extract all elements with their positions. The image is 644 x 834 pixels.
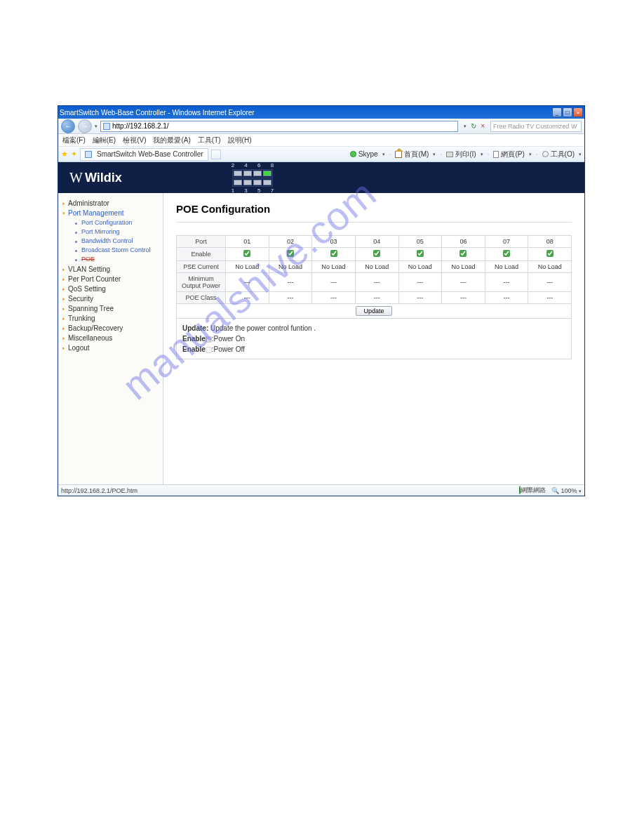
cell-value: --- — [528, 292, 572, 304]
update-button[interactable]: Update — [356, 306, 391, 316]
cell-value: No Load — [312, 261, 356, 273]
status-bar: http://192.168.2.1/POE.htm 網際網路 🔍 100% ▾ — [58, 484, 584, 496]
enable-checkbox-02[interactable] — [287, 250, 294, 257]
url-dropdown-icon[interactable]: ▾ — [464, 124, 467, 129]
sidebar-sub-poe[interactable]: POE — [75, 256, 160, 263]
port-led-2 — [234, 171, 242, 176]
search-placeholder: Free Radio TV Customized W — [493, 123, 577, 130]
table-row-enable: Enable — [177, 248, 572, 261]
enable-checkbox-01[interactable] — [243, 250, 250, 257]
enable-checkbox-04[interactable] — [373, 250, 380, 257]
port-led-3 — [243, 180, 252, 185]
sidebar-sub-broadcast-storm[interactable]: Broadcast Storm Control — [75, 246, 160, 253]
note-enable-off-text: :Power Off — [212, 345, 245, 353]
sidebar-item-administrator[interactable]: ▸Administrator — [62, 199, 160, 207]
zoom-control[interactable]: 🔍 100% ▾ — [551, 487, 582, 494]
app-content: W Wildix 2 4 6 8 — [58, 162, 584, 484]
sidebar-item-logout[interactable]: ▸Logout — [62, 344, 160, 352]
enable-checkbox-05[interactable] — [417, 250, 424, 257]
new-tab-button[interactable] — [211, 150, 221, 159]
sidebar-item-qos[interactable]: ▸QoS Setting — [62, 285, 160, 293]
cell-value: --- — [442, 292, 485, 304]
home-button[interactable]: 首頁(M) — [395, 150, 429, 159]
close-button[interactable]: × — [573, 107, 583, 117]
sidebar-sub-port-configuration[interactable]: Port Configuration — [75, 219, 160, 226]
cell-value: --- — [312, 273, 356, 292]
browser-tab[interactable]: SmartSwitch Web-Base Controller — [80, 148, 208, 161]
sidebar-sub-port-mirroring[interactable]: Port Mirroring — [75, 228, 160, 235]
sidebar-item-backup[interactable]: ▸Backup/Recovery — [62, 324, 160, 332]
cell-value: No Load — [355, 261, 398, 273]
col-header: 04 — [355, 236, 398, 248]
enable-checkbox-08[interactable] — [546, 250, 554, 257]
maximize-button[interactable]: □ — [563, 107, 572, 117]
print-button[interactable]: 列印(I) — [446, 150, 476, 159]
cell-value: --- — [485, 292, 528, 304]
minimize-button[interactable]: _ — [552, 107, 562, 117]
menu-file[interactable]: 檔案(F) — [62, 135, 86, 145]
favorites-add-icon[interactable]: ★ — [61, 150, 68, 159]
poe-table: Port 01 02 03 04 05 06 07 08 Enable — [176, 235, 572, 319]
note-enable-on-text: :Power On — [212, 335, 245, 343]
enable-checkbox-07[interactable] — [503, 250, 510, 257]
enable-checkbox-06[interactable] — [459, 250, 467, 257]
row-label-enable: Enable — [177, 248, 226, 261]
sidebar-item-trunking[interactable]: ▸Trunking — [62, 315, 160, 322]
row-label-poeclass: POE Class — [177, 292, 226, 304]
sidebar-item-spanning-tree[interactable]: ▸Spanning Tree — [62, 305, 160, 312]
skype-button[interactable]: Skype — [350, 150, 378, 158]
divider — [176, 222, 572, 223]
forward-button[interactable]: → — [78, 119, 92, 133]
menu-edit[interactable]: 編輯(E) — [93, 135, 116, 145]
back-button[interactable]: ← — [61, 119, 75, 133]
enable-checkbox-03[interactable] — [330, 250, 337, 257]
browser-window: SmartSwitch Web-Base Controller - Window… — [58, 105, 585, 496]
sidebar-item-vlan[interactable]: ▸VLAN Setting — [62, 265, 160, 273]
sidebar-item-port-management[interactable]: ▾Port Management — [62, 209, 160, 217]
stop-icon[interactable]: × — [481, 122, 485, 130]
col-header: 07 — [485, 236, 528, 248]
menu-help[interactable]: 說明(H) — [228, 135, 252, 145]
page-button[interactable]: 網頁(P) — [493, 150, 524, 159]
port-led-6 — [253, 171, 262, 176]
cell-value: --- — [485, 273, 528, 292]
window-title: SmartSwitch Web-Base Controller - Window… — [60, 109, 255, 117]
address-bar[interactable]: http://192.168.2.1/ — [100, 121, 458, 132]
row-label-minout: Minimum Output Power — [177, 273, 226, 292]
port-led-1 — [234, 180, 242, 185]
page-icon — [493, 151, 499, 158]
port-labels-top: 2 4 6 8 — [232, 162, 278, 168]
example-checkbox-on — [206, 336, 212, 343]
menu-tools[interactable]: 工具(T) — [198, 135, 221, 145]
col-header: 06 — [442, 236, 485, 248]
refresh-icon[interactable]: ↻ — [471, 122, 476, 130]
cell-value: --- — [269, 273, 312, 292]
menu-view[interactable]: 檢視(V) — [123, 135, 146, 145]
row-label-port: Port — [177, 236, 226, 248]
search-input[interactable]: Free Radio TV Customized W — [490, 121, 582, 132]
tab-favicon — [85, 151, 92, 158]
table-row-minout: Minimum Output Power --- --- --- --- ---… — [177, 273, 572, 292]
sidebar-item-misc[interactable]: ▸Miscellaneous — [62, 334, 160, 342]
cell-value: No Load — [485, 261, 528, 273]
port-led-5 — [253, 180, 262, 185]
table-row-pse: PSE Current No Load No Load No Load No L… — [177, 261, 572, 273]
cell-value: --- — [312, 292, 356, 304]
cell-value: No Load — [442, 261, 485, 273]
tools-button[interactable]: 工具(O) — [542, 150, 575, 159]
main-panel: POE Configuration Port 01 02 03 04 05 06… — [163, 193, 584, 484]
note-enable-off-label: Enable — [182, 345, 206, 353]
page-title: POE Configuration — [176, 203, 572, 215]
cell-value: --- — [528, 273, 572, 292]
printer-icon — [446, 152, 453, 157]
sidebar-sub-bandwidth-control[interactable]: Bandwidth Control — [75, 237, 160, 244]
zoom-icon: 🔍 — [551, 487, 559, 494]
favorites-center-icon[interactable]: ✦ — [71, 150, 77, 159]
window-titlebar: SmartSwitch Web-Base Controller - Window… — [58, 106, 584, 119]
sidebar-item-security[interactable]: ▸Security — [62, 295, 160, 303]
nav-history-dropdown-icon[interactable]: ▾ — [95, 124, 98, 129]
port-led-7 — [263, 180, 271, 185]
sidebar-item-per-port-counter[interactable]: ▸Per Port Counter — [62, 275, 160, 283]
note-update-label: Update: — [182, 324, 208, 332]
menu-favorites[interactable]: 我的最愛(A) — [153, 135, 190, 145]
